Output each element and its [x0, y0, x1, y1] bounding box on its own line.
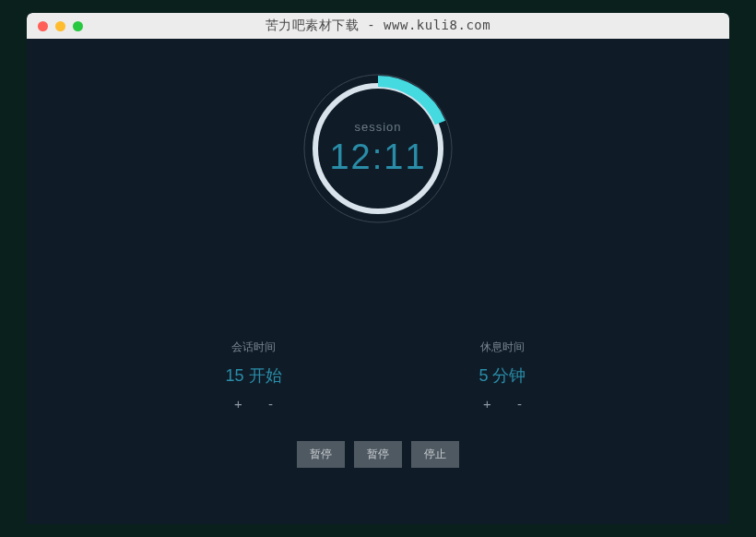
- timer-circle: session 12:11: [300, 70, 456, 227]
- session-time-value: 15 开始: [225, 364, 281, 387]
- break-time-label: 休息时间: [480, 340, 525, 355]
- maximize-icon[interactable]: [73, 21, 83, 31]
- break-time-value: 5 分钟: [478, 364, 526, 387]
- content-area: session 12:11 会话时间 15 开始 + - 休息时间 5 分钟 +…: [27, 39, 729, 524]
- button-row: 暂停 暂停 停止: [297, 441, 459, 468]
- break-stepper: + -: [483, 396, 522, 412]
- minimize-icon[interactable]: [55, 21, 65, 31]
- titlebar: 苦力吧素材下载 - www.kuli8.com: [27, 13, 729, 39]
- settings-row: 会话时间 15 开始 + - 休息时间 5 分钟 + -: [198, 340, 558, 412]
- session-setting: 会话时间 15 开始 + -: [198, 340, 309, 412]
- break-minus-button[interactable]: -: [517, 396, 522, 412]
- timer-inner: session 12:11: [300, 70, 456, 227]
- close-icon[interactable]: [38, 21, 48, 31]
- session-time-label: 会话时间: [231, 340, 276, 355]
- time-display: 12:11: [329, 137, 426, 177]
- stop-button[interactable]: 停止: [411, 441, 459, 468]
- traffic-lights: [38, 21, 83, 31]
- pause-button-2[interactable]: 暂停: [354, 441, 402, 468]
- app-window: 苦力吧素材下载 - www.kuli8.com session 12:11 会话…: [27, 13, 729, 524]
- session-plus-button[interactable]: +: [234, 396, 242, 412]
- window-title: 苦力吧素材下载 - www.kuli8.com: [27, 18, 729, 34]
- session-stepper: + -: [234, 396, 273, 412]
- break-setting: 休息时间 5 分钟 + -: [447, 340, 558, 412]
- pause-button-1[interactable]: 暂停: [297, 441, 345, 468]
- session-label: session: [354, 120, 401, 134]
- break-plus-button[interactable]: +: [483, 396, 491, 412]
- session-minus-button[interactable]: -: [268, 396, 273, 412]
